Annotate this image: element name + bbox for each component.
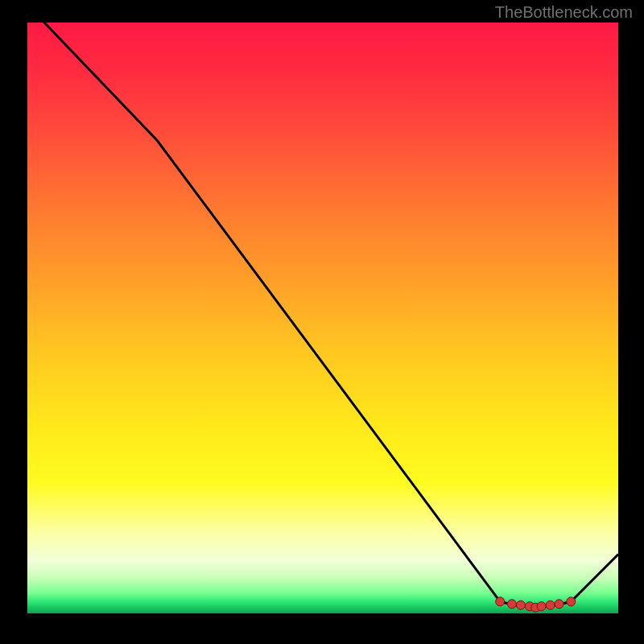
- chart-plot-area: [27, 23, 618, 613]
- watermark-text: TheBottleneck.com: [495, 3, 633, 22]
- chart-marker: [567, 597, 576, 606]
- chart-marker: [555, 600, 564, 609]
- chart-line: [27, 5, 618, 608]
- chart-marker: [507, 600, 516, 609]
- chart-marker: [516, 601, 525, 609]
- chart-line-layer: [27, 23, 618, 613]
- chart-marker: [537, 602, 546, 611]
- chart-marker: [496, 597, 505, 606]
- chart-marker: [546, 601, 555, 609]
